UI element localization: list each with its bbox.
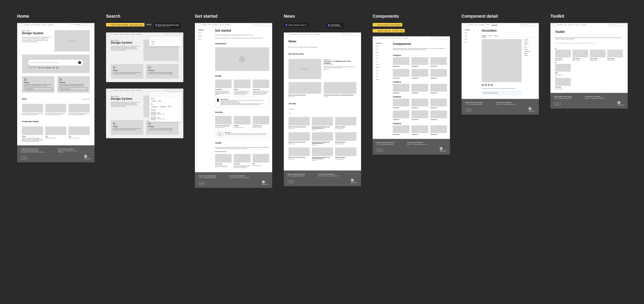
develop-card[interactable]: Technical documentationDescription goes … xyxy=(215,116,232,128)
popular-link[interactable]: Color xyxy=(52,67,55,68)
news-card[interactable]: Short description text that introduces t… xyxy=(22,104,43,115)
component-card[interactable]: Component xyxy=(412,69,428,79)
header-search[interactable] xyxy=(171,33,182,35)
header-search[interactable] xyxy=(348,33,360,35)
news-card[interactable]: Introducing Screen Ranges and updated Br… xyxy=(312,132,333,146)
nav-item[interactable]: Components xyxy=(47,24,53,25)
feature-cta[interactable]: Read more xyxy=(324,69,356,70)
sidebar-item[interactable]: Modal xyxy=(376,63,390,65)
news-card[interactable]: Meet the new Chip componentBy Ryoko Itoh xyxy=(288,147,310,161)
alpha-letter[interactable]: L xyxy=(572,43,573,44)
nav-item[interactable]: Foundations xyxy=(34,24,40,25)
search-input[interactable]: Search components, code and other useful… xyxy=(28,60,83,65)
news-card[interactable]: Meet the new Chip componentBy Ryoko Itoh xyxy=(288,82,321,97)
annotation-dark[interactable]: Articles reference major ch... xyxy=(284,23,309,27)
nav-item[interactable]: News xyxy=(31,24,34,25)
alpha-letter[interactable]: T xyxy=(585,43,586,44)
tab[interactable]: Develop xyxy=(494,34,498,37)
sidebar-item[interactable]: Form xyxy=(376,54,390,56)
toc-item[interactable]: Behaviour xyxy=(524,43,536,45)
header-search[interactable] xyxy=(260,24,271,26)
develop-card[interactable]: Something else...Description goes here. xyxy=(253,116,269,128)
alpha-letter[interactable]: G xyxy=(564,43,566,44)
sidebar-item[interactable]: Tabs xyxy=(376,72,390,74)
feature-title[interactable]: Version 2.1 of Galactica font now availa… xyxy=(324,60,356,64)
news-card[interactable]: Optimised imagesBy Michael Bolliger xyxy=(335,132,356,146)
annotation-sticky[interactable]: 2Featured Page View – Accordion: What xyxy=(373,29,405,33)
component-card[interactable]: Component xyxy=(430,84,447,93)
tile-cta[interactable]: See design docs xyxy=(24,87,52,90)
alpha-letter[interactable]: M xyxy=(574,43,574,44)
dev-mode-toggle[interactable]: Dev mode xyxy=(217,132,223,136)
news-card[interactable]: Introducing Screen Ranges and updated Br… xyxy=(312,147,333,161)
flag-guide-link[interactable]: Flag Guide xyxy=(76,24,81,25)
news-card[interactable]: Meet the new Chip componentBy Ryoko Itoh xyxy=(288,132,310,146)
component-card[interactable]: Component xyxy=(393,125,409,135)
alpha-letter[interactable]: Y xyxy=(593,43,594,44)
sidebar-item[interactable]: Toggle xyxy=(376,78,390,80)
toc-item[interactable]: Overview xyxy=(524,39,536,41)
search-result[interactable]: Button xyxy=(150,41,180,42)
component-card[interactable]: Component xyxy=(412,99,428,108)
component-card[interactable]: Component xyxy=(393,84,409,93)
component-card[interactable]: Component xyxy=(393,69,409,79)
nav-item[interactable]: Patterns xyxy=(42,24,46,25)
tool-card[interactable]: ERPDescription goes here. xyxy=(253,154,269,168)
tool-card[interactable]: Team DebtNescio quomodo xyxy=(555,78,571,89)
popular-link[interactable]: Tabs xyxy=(42,67,45,68)
tile-cta[interactable]: See developer docs xyxy=(59,87,88,90)
alpha-letter[interactable]: I xyxy=(568,43,568,44)
sidebar-item[interactable]: Table xyxy=(376,69,390,71)
tab[interactable]: Design xyxy=(488,34,492,37)
fv-card[interactable]: TitleDescription for this page. xyxy=(45,126,66,142)
login-button[interactable]: Login xyxy=(21,156,28,159)
tool-card[interactable]: Demo StudioNescio quomodo xyxy=(590,50,606,61)
search-go-button[interactable] xyxy=(78,61,81,64)
news-card[interactable]: Optimised imagesBy Michael Bolliger xyxy=(335,117,356,130)
alpha-letter[interactable]: H xyxy=(566,43,567,44)
search-result[interactable]: CardLorem ipsum dolor xyxy=(150,116,180,120)
sidebar-item[interactable]: Toast xyxy=(376,75,390,77)
alpha-letter[interactable]: V xyxy=(588,43,589,44)
login-button[interactable]: Login xyxy=(554,103,561,106)
sidebar-item[interactable]: Input xyxy=(376,57,390,59)
tool-card[interactable]: Demo StudioNescio quomodo xyxy=(607,50,623,61)
pagination-dots[interactable]: • • • xyxy=(288,166,356,167)
component-card[interactable]: Component xyxy=(412,84,428,93)
alpha-letter[interactable]: Q xyxy=(580,43,581,44)
sidebar-item[interactable]: Dialog xyxy=(464,38,479,40)
annotation-dark[interactable]: Just writing?The blog team can handle th… xyxy=(326,23,344,29)
alpha-letter[interactable]: S xyxy=(584,43,584,44)
theme-toggle[interactable] xyxy=(69,24,74,26)
toc-item[interactable]: Content xyxy=(524,49,536,50)
logo[interactable] xyxy=(374,37,378,39)
component-card[interactable]: Component xyxy=(393,110,409,120)
toc-item[interactable]: Design xyxy=(524,41,536,43)
sidebar-item[interactable]: Dialog xyxy=(376,51,390,53)
alpha-letter[interactable]: J xyxy=(569,43,570,44)
filter-pill[interactable]: Copy link xyxy=(150,100,157,102)
sidebar-item[interactable]: Chip xyxy=(464,35,479,37)
popular-link[interactable]: Icons xyxy=(56,67,58,68)
sidebar-item[interactable]: Toolkit xyxy=(198,38,212,40)
news-card[interactable]: Short description text that introduces t… xyxy=(45,104,66,115)
toc-item[interactable]: Variants xyxy=(524,55,536,56)
alpha-letter[interactable]: W xyxy=(590,43,591,44)
toc-item[interactable]: Don't xyxy=(524,47,536,48)
alpha-letter[interactable]: D xyxy=(560,43,561,44)
filter-pill[interactable]: Components xyxy=(159,106,166,108)
news-card[interactable]: Introducing Screen Ranges and updated Br… xyxy=(312,117,333,130)
alpha-letter[interactable]: X xyxy=(592,43,592,44)
fv-card[interactable]: ToolkitA glossary for the internal tools… xyxy=(22,126,43,142)
sidebar-item[interactable]: Introduction xyxy=(198,29,212,31)
component-card[interactable]: Component xyxy=(412,110,428,120)
logo[interactable] xyxy=(463,24,467,26)
storybook-link-box[interactable]: Featured link box to Storybook xyxy=(482,91,522,95)
sidebar-item[interactable]: Accordion xyxy=(464,29,479,31)
logo[interactable] xyxy=(107,33,112,35)
news-card[interactable]: Meet the new Chip componentBy Ryoko Itoh xyxy=(288,117,310,130)
component-card[interactable]: Component xyxy=(430,99,447,108)
tool-card[interactable]: Demo StudioThe mass libraries of team co… xyxy=(215,154,232,168)
popular-link[interactable]: Button xyxy=(38,67,41,68)
alpha-letter[interactable]: E xyxy=(562,43,562,44)
